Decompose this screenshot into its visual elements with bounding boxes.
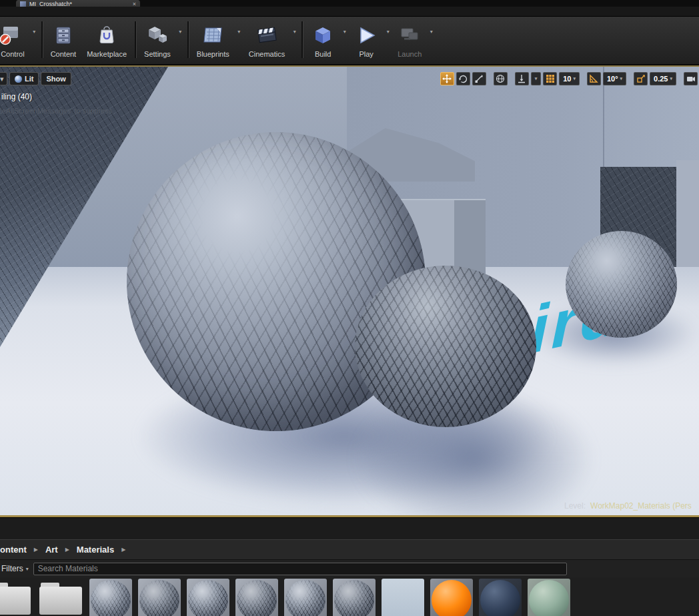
content-browser-header-area	[0, 517, 699, 539]
scene-right-wall	[676, 160, 699, 280]
material-asset-crosshatch[interactable]	[187, 579, 229, 616]
material-asset-crosshatch[interactable]	[138, 579, 181, 616]
material-asset-navy[interactable]	[479, 579, 522, 616]
asset-editor-tab[interactable]: MI_Crosshatch* ×	[16, 0, 140, 7]
viewport-toolbar-right: ▾ 10 ▾	[440, 71, 698, 86]
content-drawer-icon	[51, 24, 75, 47]
asset-grid	[0, 577, 699, 616]
rotate-tool-button[interactable]	[456, 72, 470, 85]
crosshatch-pattern	[355, 266, 536, 427]
main-toolbar: e Control ▾ Content Marketplace	[0, 17, 699, 65]
play-icon	[354, 24, 378, 47]
breadcrumb-content[interactable]: ontent	[0, 545, 27, 555]
menu-strip	[0, 7, 699, 17]
filters-label: Filters	[1, 564, 23, 573]
material-preview-sphere	[334, 580, 374, 616]
play-label: Play	[359, 50, 373, 58]
cinematics-label: Cinematics	[249, 50, 285, 58]
material-asset-sage[interactable]	[528, 579, 570, 616]
rotation-snap-toggle[interactable]	[587, 72, 601, 85]
viewport-toolbar-left: ▾ Lit Show	[1, 71, 71, 86]
launch-dropdown[interactable]: ▾	[427, 18, 436, 61]
settings-dropdown[interactable]: ▾	[176, 18, 185, 61]
material-preview-sphere	[139, 580, 179, 616]
material-asset-crosshatch[interactable]	[333, 579, 376, 616]
source-control-icon	[0, 24, 21, 47]
build-button[interactable]: Build	[305, 18, 340, 61]
blueprints-icon	[201, 24, 225, 47]
window-tab-strip: MI_Crosshatch* ×	[0, 0, 699, 7]
settings-cubes-icon	[145, 24, 169, 47]
cinematics-dropdown[interactable]: ▾	[290, 18, 299, 61]
rotation-snap-icon	[589, 74, 598, 83]
viewport-toolbar: ▾ Lit Show	[0, 71, 699, 86]
marketplace-button[interactable]: Marketplace	[81, 18, 132, 61]
viewport-scene[interactable]: hird	[0, 67, 699, 515]
camera-speed-button[interactable]	[684, 72, 698, 85]
crosshatch-sphere-small[interactable]	[566, 231, 677, 338]
play-button[interactable]: Play	[349, 18, 384, 61]
globe-icon	[496, 74, 505, 83]
breadcrumb-separator-icon: ▶	[121, 547, 125, 553]
folder-item[interactable]	[38, 579, 83, 616]
launch-button[interactable]: Launch	[392, 18, 427, 61]
breadcrumb-separator-icon: ▶	[34, 547, 38, 553]
show-flags-button[interactable]: Show	[41, 72, 71, 85]
play-dropdown[interactable]: ▾	[384, 18, 392, 61]
crosshatch-sphere-medium[interactable]	[355, 266, 536, 427]
filters-button[interactable]: Filters ▾	[1, 564, 29, 573]
show-label: Show	[46, 75, 65, 83]
tab-title: MI_Crosshatch*	[29, 1, 72, 7]
content-browser-filter-bar: Filters ▾	[0, 560, 699, 577]
breadcrumb: ontent ▶ Art ▶ Materials ▶	[0, 539, 699, 560]
blueprints-button[interactable]: Blueprints	[191, 18, 235, 61]
toolbar-separator	[187, 21, 189, 58]
marketplace-icon	[95, 24, 119, 47]
material-preview-sphere	[237, 580, 277, 616]
build-cube-icon	[311, 24, 335, 47]
scale-snap-value-button[interactable]: 0.25 ▾	[650, 72, 676, 85]
scale-tool-button[interactable]	[472, 72, 486, 85]
rotation-snap-value-button[interactable]: 10° ▾	[603, 72, 626, 85]
tab-close-icon[interactable]: ×	[133, 1, 136, 7]
toolbar-separator	[41, 21, 43, 58]
material-preview-sphere	[285, 580, 325, 616]
material-asset-flat-light[interactable]	[382, 579, 424, 616]
blueprints-dropdown[interactable]: ▾	[235, 18, 243, 61]
level-viewport[interactable]: hird ▾ Lit Show	[0, 65, 699, 517]
breadcrumb-separator-icon: ▶	[65, 547, 69, 553]
content-button[interactable]: Content	[45, 18, 82, 61]
cinematics-button[interactable]: Cinematics	[243, 18, 290, 61]
view-mode-button[interactable]: Lit	[9, 72, 39, 85]
grid-snap-value: 10	[563, 75, 571, 83]
scale-icon	[474, 74, 484, 83]
viewport-options-button[interactable]: ▾	[0, 72, 7, 85]
source-control-button[interactable]: e Control	[0, 18, 30, 61]
surface-snap-dropdown[interactable]: ▾	[531, 72, 542, 85]
translate-tool-button[interactable]	[440, 72, 454, 85]
rotate-icon	[458, 74, 468, 83]
material-asset-crosshatch[interactable]	[89, 579, 132, 616]
search-input[interactable]	[33, 563, 567, 575]
material-asset-crosshatch[interactable]	[284, 579, 327, 616]
scale-snap-toggle[interactable]	[634, 72, 648, 85]
source-control-label: e Control	[0, 50, 25, 58]
grid-snap-toggle[interactable]	[543, 72, 557, 85]
world-coordinate-button[interactable]	[494, 72, 508, 85]
material-preview-sphere	[188, 580, 228, 616]
view-mode-label: Lit	[25, 75, 33, 83]
surface-snap-button[interactable]	[515, 72, 529, 85]
breadcrumb-materials[interactable]: Materials	[77, 545, 114, 555]
source-control-dropdown[interactable]: ▾	[30, 18, 39, 61]
level-name-link[interactable]: WorkMap02_Materials (Pers	[590, 501, 692, 511]
material-asset-orange[interactable]	[430, 579, 473, 616]
grid-snap-value-button[interactable]: 10 ▾	[559, 72, 580, 85]
folder-item[interactable]	[0, 579, 32, 616]
lit-mode-icon	[15, 75, 22, 83]
breadcrumb-art[interactable]: Art	[45, 545, 58, 555]
settings-button[interactable]: Settings	[139, 18, 176, 61]
build-dropdown[interactable]: ▾	[340, 18, 349, 61]
rotation-snap-value: 10°	[607, 75, 618, 83]
scale-snap-icon	[636, 74, 646, 83]
material-asset-crosshatch[interactable]	[235, 579, 278, 616]
